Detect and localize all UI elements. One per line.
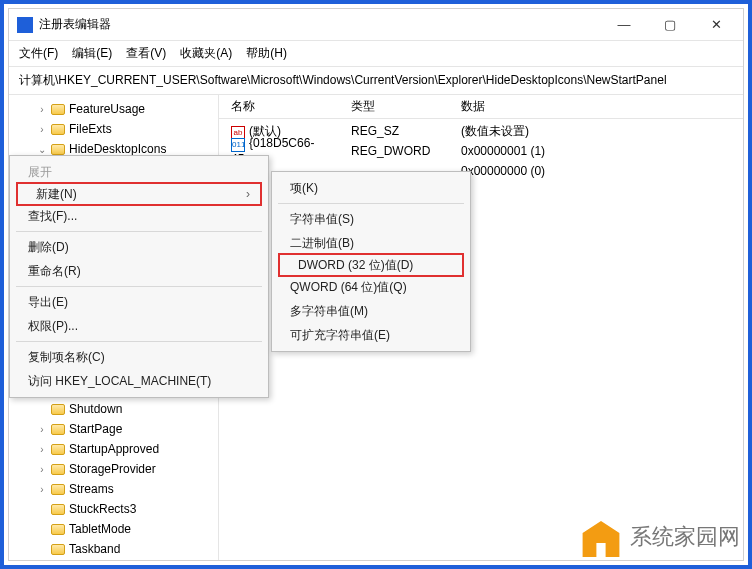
tree-item-label: Streams (69, 482, 114, 496)
menu-file[interactable]: 文件(F) (19, 45, 58, 62)
house-icon (578, 517, 624, 557)
ctx-goto-hklm[interactable]: 访问 HKEY_LOCAL_MACHINE(T) (10, 369, 268, 393)
value-data: (数值未设置) (449, 123, 743, 140)
ctx-delete[interactable]: 删除(D) (10, 235, 268, 259)
folder-icon (51, 124, 65, 135)
tree-item[interactable]: ›StartupApproved (11, 439, 216, 459)
ctx-new-key[interactable]: 项(K) (272, 176, 470, 200)
chevron-down-icon[interactable]: ⌄ (37, 144, 47, 155)
ctx-rename[interactable]: 重命名(R) (10, 259, 268, 283)
folder-icon (51, 104, 65, 115)
titlebar: 注册表编辑器 — ▢ ✕ (9, 9, 743, 41)
tree-item-label: StartPage (69, 422, 122, 436)
tree-item-label: Taskband (69, 542, 120, 556)
context-menu-new: 项(K) 字符串值(S) 二进制值(B) DWORD (32 位)值(D) QW… (271, 171, 471, 352)
chevron-right-icon[interactable]: › (37, 104, 47, 115)
tree-item[interactable]: TypedPaths (11, 559, 216, 560)
ctx-find[interactable]: 查找(F)... (10, 204, 268, 228)
menu-edit[interactable]: 编辑(E) (72, 45, 112, 62)
ctx-export[interactable]: 导出(E) (10, 290, 268, 314)
ctx-new-multistring[interactable]: 多字符串值(M) (272, 299, 470, 323)
folder-icon (51, 544, 65, 555)
tree-item[interactable]: TabletMode (11, 519, 216, 539)
menu-favorites[interactable]: 收藏夹(A) (180, 45, 232, 62)
tree-item-label: FileExts (69, 122, 112, 136)
tree-item-label: StuckRects3 (69, 502, 136, 516)
tree-item[interactable]: ›StartPage (11, 419, 216, 439)
address-bar[interactable]: 计算机\HKEY_CURRENT_USER\Software\Microsoft… (9, 67, 743, 95)
folder-icon (51, 404, 65, 415)
ctx-new-binary[interactable]: 二进制值(B) (272, 231, 470, 255)
ctx-copykey[interactable]: 复制项名称(C) (10, 345, 268, 369)
folder-icon (51, 444, 65, 455)
binary-value-icon: 011 (231, 138, 245, 152)
tree-item[interactable]: ›FileExts (11, 119, 216, 139)
tree-item[interactable]: ›StorageProvider (11, 459, 216, 479)
minimize-button[interactable]: — (609, 17, 639, 32)
ctx-new-string[interactable]: 字符串值(S) (272, 207, 470, 231)
value-data: 0x00000000 (0) (449, 164, 743, 178)
tree-item-label: FeatureUsage (69, 102, 145, 116)
chevron-right-icon[interactable]: › (37, 424, 47, 435)
tree-item-label: StartupApproved (69, 442, 159, 456)
value-type: REG_DWORD (339, 144, 449, 158)
ctx-expand: 展开 (10, 160, 268, 184)
separator (278, 203, 464, 204)
folder-icon (51, 484, 65, 495)
ctx-new-qword[interactable]: QWORD (64 位)值(Q) (272, 275, 470, 299)
separator (16, 341, 262, 342)
chevron-right-icon[interactable]: › (37, 484, 47, 495)
list-row[interactable]: 011{018D5C66-45...REG_DWORD0x00000001 (1… (219, 141, 743, 161)
chevron-right-icon[interactable]: › (37, 464, 47, 475)
tree-item[interactable]: ›Streams (11, 479, 216, 499)
close-button[interactable]: ✕ (701, 17, 731, 32)
menu-help[interactable]: 帮助(H) (246, 45, 287, 62)
menu-view[interactable]: 查看(V) (126, 45, 166, 62)
value-type: REG_SZ (339, 124, 449, 138)
tree-item-label: TabletMode (69, 522, 131, 536)
col-type[interactable]: 类型 (339, 98, 449, 115)
watermark: 系统家园网 (578, 517, 740, 557)
tree-item-label: HideDesktopIcons (69, 142, 166, 156)
maximize-button[interactable]: ▢ (655, 17, 685, 32)
window-title: 注册表编辑器 (39, 16, 609, 33)
separator (16, 286, 262, 287)
folder-icon (51, 504, 65, 515)
folder-icon (51, 524, 65, 535)
col-data[interactable]: 数据 (449, 98, 743, 115)
separator (16, 231, 262, 232)
tree-item[interactable]: StuckRects3 (11, 499, 216, 519)
tree-item-label: Shutdown (69, 402, 122, 416)
folder-icon (51, 144, 65, 155)
list-pane: 名称 类型 数据 ab(默认)REG_SZ(数值未设置)011{018D5C66… (219, 95, 743, 560)
chevron-right-icon[interactable]: › (37, 444, 47, 455)
col-name[interactable]: 名称 (219, 98, 339, 115)
ctx-new-expandstring[interactable]: 可扩充字符串值(E) (272, 323, 470, 347)
ctx-permissions[interactable]: 权限(P)... (10, 314, 268, 338)
tree-item[interactable]: Shutdown (11, 399, 216, 419)
tree-item[interactable]: Taskband (11, 539, 216, 559)
ctx-new[interactable]: 新建(N) (16, 182, 262, 206)
registry-editor-window: 注册表编辑器 — ▢ ✕ 文件(F) 编辑(E) 查看(V) 收藏夹(A) 帮助… (8, 8, 744, 561)
tree-item[interactable]: ›FeatureUsage (11, 99, 216, 119)
menubar: 文件(F) 编辑(E) 查看(V) 收藏夹(A) 帮助(H) (9, 41, 743, 67)
value-data: 0x00000001 (1) (449, 144, 743, 158)
context-menu-main: 展开 新建(N) 查找(F)... 删除(D) 重命名(R) 导出(E) 权限(… (9, 155, 269, 398)
tree-item-label: StorageProvider (69, 462, 156, 476)
chevron-right-icon[interactable]: › (37, 124, 47, 135)
list-header: 名称 类型 数据 (219, 95, 743, 119)
app-icon (17, 17, 33, 33)
watermark-text: 系统家园网 (630, 522, 740, 552)
folder-icon (51, 424, 65, 435)
ctx-new-dword[interactable]: DWORD (32 位)值(D) (278, 253, 464, 277)
folder-icon (51, 464, 65, 475)
